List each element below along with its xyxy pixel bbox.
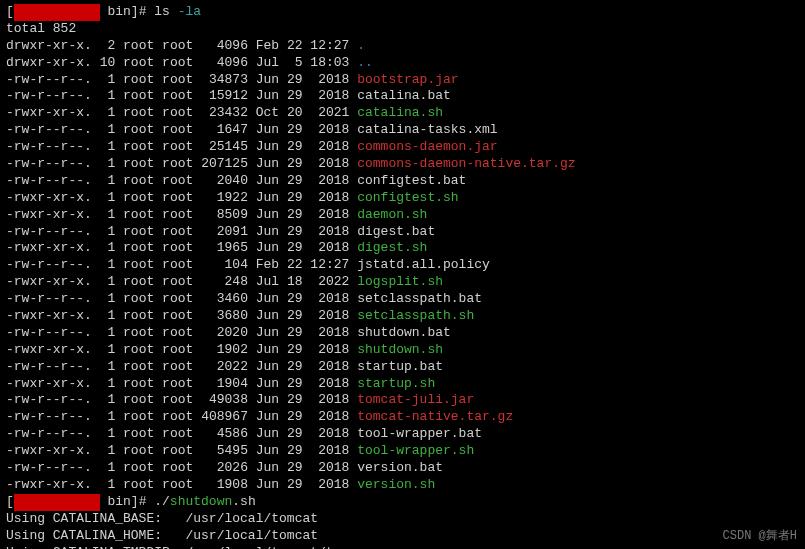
file-size: 49038 <box>201 392 248 407</box>
file-row: -rwxr-xr-x. 1 root root 1965 Jun 29 2018… <box>6 240 799 257</box>
file-perm: -rw-r--r--. <box>6 173 92 188</box>
file-row: -rw-r--r--. 1 root root 2022 Jun 29 2018… <box>6 359 799 376</box>
file-size: 2020 <box>201 325 248 340</box>
file-name: startup.bat <box>357 359 443 374</box>
file-size: 34873 <box>201 72 248 87</box>
file-perm: -rw-r--r--. <box>6 224 92 239</box>
file-row: -rw-r--r--. 1 root root 207125 Jun 29 20… <box>6 156 799 173</box>
file-name: catalina.bat <box>357 88 451 103</box>
prompt-line-2: [root@two s bin]# ./shutdown.sh <box>6 494 799 511</box>
file-size: 2040 <box>201 173 248 188</box>
file-row: -rwxr-xr-x. 1 root root 1922 Jun 29 2018… <box>6 190 799 207</box>
file-owner: root <box>123 207 154 222</box>
file-group: root <box>162 122 193 137</box>
command-text: ls <box>154 4 177 19</box>
file-date: Feb 22 12:27 <box>256 257 350 272</box>
file-owner: root <box>123 257 154 272</box>
file-date: Jun 29 2018 <box>256 224 350 239</box>
file-links: 10 <box>100 55 116 70</box>
file-size: 5495 <box>201 443 248 458</box>
file-group: root <box>162 88 193 103</box>
file-perm: -rwxr-xr-x. <box>6 308 92 323</box>
file-date: Jun 29 2018 <box>256 308 350 323</box>
file-name: catalina.sh <box>357 105 443 120</box>
file-row: -rw-r--r--. 1 root root 2091 Jun 29 2018… <box>6 224 799 241</box>
prompt-suffix: bin]# <box>100 4 155 19</box>
env-row: Using CATALINA_BASE: /usr/local/tomcat <box>6 511 799 528</box>
file-owner: root <box>123 72 154 87</box>
command-prefix: ./ <box>154 494 170 509</box>
file-date: Jun 29 2018 <box>256 376 350 391</box>
env-value: /usr/local/tomcat/temp <box>185 545 357 550</box>
file-size: 1647 <box>201 122 248 137</box>
env-label: Using CATALINA_HOME: <box>6 528 185 543</box>
file-size: 3460 <box>201 291 248 306</box>
env-label: Using CATALINA_TMPDIR: <box>6 545 185 550</box>
file-name: tool-wrapper.bat <box>357 426 482 441</box>
file-date: Jun 29 2018 <box>256 207 350 222</box>
file-perm: -rw-r--r--. <box>6 257 92 272</box>
file-links: 1 <box>100 156 116 171</box>
file-perm: -rwxr-xr-x. <box>6 443 92 458</box>
file-row: -rw-r--r--. 1 root root 25145 Jun 29 201… <box>6 139 799 156</box>
file-name: logsplit.sh <box>357 274 443 289</box>
file-links: 1 <box>100 443 116 458</box>
file-perm: -rwxr-xr-x. <box>6 207 92 222</box>
file-perm: -rw-r--r--. <box>6 409 92 424</box>
file-size: 3680 <box>201 308 248 323</box>
file-group: root <box>162 105 193 120</box>
file-perm: -rw-r--r--. <box>6 72 92 87</box>
file-size: 248 <box>201 274 248 289</box>
file-group: root <box>162 207 193 222</box>
file-row: -rw-r--r--. 1 root root 49038 Jun 29 201… <box>6 392 799 409</box>
file-name: commons-daemon.jar <box>357 139 497 154</box>
env-output: Using CATALINA_BASE: /usr/local/tomcatUs… <box>6 511 799 549</box>
file-date: Jun 29 2018 <box>256 409 350 424</box>
file-name: configtest.sh <box>357 190 458 205</box>
file-size: 1904 <box>201 376 248 391</box>
file-row: -rw-r--r--. 1 root root 34873 Jun 29 201… <box>6 72 799 89</box>
file-group: root <box>162 376 193 391</box>
env-value: /usr/local/tomcat <box>185 511 318 526</box>
env-row: Using CATALINA_TMPDIR: /usr/local/tomcat… <box>6 545 799 550</box>
file-size: 2026 <box>201 460 248 475</box>
file-size: 4096 <box>201 55 248 70</box>
file-owner: root <box>123 173 154 188</box>
file-name: tomcat-juli.jar <box>357 392 474 407</box>
file-size: 104 <box>201 257 248 272</box>
file-links: 1 <box>100 207 116 222</box>
file-row: -rw-r--r--. 1 root root 408967 Jun 29 20… <box>6 409 799 426</box>
file-group: root <box>162 291 193 306</box>
file-date: Jun 29 2018 <box>256 139 350 154</box>
file-date: Jun 29 2018 <box>256 460 350 475</box>
file-perm: -rw-r--r--. <box>6 291 92 306</box>
total-line: total 852 <box>6 21 799 38</box>
file-row: -rw-r--r--. 1 root root 2026 Jun 29 2018… <box>6 460 799 477</box>
file-owner: root <box>123 392 154 407</box>
redacted-host: root@two <box>14 494 76 511</box>
file-size: 1902 <box>201 342 248 357</box>
command-flag: -la <box>178 4 201 19</box>
file-owner: root <box>123 38 154 53</box>
file-owner: root <box>123 190 154 205</box>
file-links: 1 <box>100 240 116 255</box>
file-name: commons-daemon-native.tar.gz <box>357 156 575 171</box>
command-name: shutdown <box>170 494 232 509</box>
file-size: 23432 <box>201 105 248 120</box>
file-name: daemon.sh <box>357 207 427 222</box>
file-size: 2022 <box>201 359 248 374</box>
redacted-host: s <box>76 4 99 21</box>
file-row: -rw-r--r--. 1 root root 104 Feb 22 12:27… <box>6 257 799 274</box>
file-group: root <box>162 426 193 441</box>
file-perm: drwxr-xr-x. <box>6 38 92 53</box>
file-name: . <box>357 38 365 53</box>
terminal-output[interactable]: [root@two s bin]# ls -la total 852 drwxr… <box>6 4 799 549</box>
file-links: 1 <box>100 105 116 120</box>
file-size: 4096 <box>201 38 248 53</box>
file-owner: root <box>123 342 154 357</box>
file-row: -rw-r--r--. 1 root root 2020 Jun 29 2018… <box>6 325 799 342</box>
env-row: Using CATALINA_HOME: /usr/local/tomcat <box>6 528 799 545</box>
file-links: 1 <box>100 122 116 137</box>
command-ext: .sh <box>232 494 255 509</box>
file-name: shutdown.sh <box>357 342 443 357</box>
